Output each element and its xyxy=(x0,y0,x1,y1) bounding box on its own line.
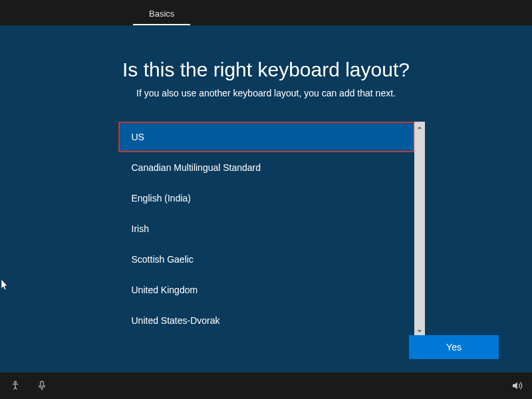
svg-point-0 xyxy=(15,381,17,383)
keyboard-layout-item[interactable]: Scottish Gaelic xyxy=(118,244,414,275)
page-subtitle: If you also use another keyboard layout,… xyxy=(0,88,532,98)
keyboard-layout-list[interactable]: USCanadian Multilingual StandardEnglish … xyxy=(118,122,414,336)
keyboard-layout-item[interactable]: US xyxy=(118,122,414,152)
scroll-up-button[interactable] xyxy=(414,122,425,132)
scrollbar[interactable] xyxy=(414,122,425,336)
bottom-left-icons xyxy=(9,380,48,392)
keyboard-layout-item[interactable]: English (India) xyxy=(118,183,414,213)
accessibility-icon[interactable] xyxy=(9,380,21,392)
chevron-up-icon xyxy=(417,121,422,133)
microphone-icon[interactable] xyxy=(36,380,48,392)
tab-basics[interactable]: Basics xyxy=(133,3,190,25)
yes-button[interactable]: Yes xyxy=(409,335,499,359)
svg-rect-1 xyxy=(41,381,44,386)
keyboard-layout-item[interactable]: Irish xyxy=(118,213,414,244)
keyboard-layout-item[interactable]: United Kingdom xyxy=(118,275,414,305)
keyboard-layout-list-wrap: USCanadian Multilingual StandardEnglish … xyxy=(118,122,414,336)
main-content: Is this the right keyboard layout? If yo… xyxy=(0,25,532,336)
volume-icon[interactable] xyxy=(511,380,523,392)
bottom-taskbar xyxy=(0,372,532,399)
keyboard-layout-item[interactable]: United States-Dvorak xyxy=(118,305,414,336)
keyboard-layout-item[interactable]: Canadian Multilingual Standard xyxy=(118,152,414,183)
top-tab-bar: Basics xyxy=(0,0,532,25)
page-title: Is this the right keyboard layout? xyxy=(0,59,532,81)
scroll-down-button[interactable] xyxy=(414,325,425,336)
